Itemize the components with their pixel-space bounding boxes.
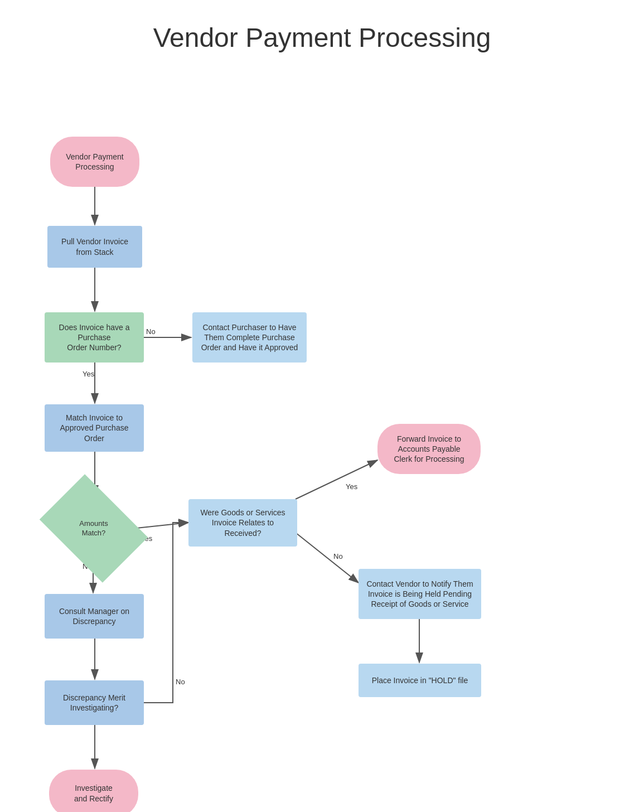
node-contact-vendor: Contact Vendor to Notify ThemInvoice is … xyxy=(359,569,481,619)
svg-line-9 xyxy=(296,533,359,583)
node-discrepancy-merit: Discrepancy MeritInvestigating? xyxy=(45,680,144,725)
node-contact-purchaser: Contact Purchaser to HaveThem Complete P… xyxy=(192,312,307,362)
node-amounts-match: AmountsMatch? xyxy=(40,474,148,582)
no-label-po: No xyxy=(146,327,156,336)
node-investigate: Investigateand Rectify xyxy=(49,770,138,812)
node-match-invoice: Match Invoice toApproved PurchaseOrder xyxy=(45,404,144,452)
diagram: No Yes Yes No Yes No No Vendor Payment P… xyxy=(0,64,644,812)
node-place-hold: Place Invoice in "HOLD" file xyxy=(359,664,481,697)
node-pull-invoice: Pull Vendor Invoicefrom Stack xyxy=(47,226,142,268)
node-consult-manager: Consult Manager onDiscrepancy xyxy=(45,594,144,639)
node-start: Vendor Payment Processing xyxy=(50,137,139,187)
no-label-discrepancy: No xyxy=(176,678,185,686)
svg-line-8 xyxy=(296,460,377,499)
page-title: Vendor Payment Processing xyxy=(0,0,644,64)
yes-label-goods: Yes xyxy=(346,482,357,491)
node-forward-invoice: Forward Invoice toAccounts PayableClerk … xyxy=(377,424,481,474)
yes-label-po: Yes xyxy=(83,370,94,378)
node-goods-received: Were Goods or ServicesInvoice Relates to… xyxy=(188,499,297,547)
svg-line-7 xyxy=(137,523,188,528)
node-has-po: Does Invoice have aPurchaseOrder Number? xyxy=(45,312,144,362)
no-label-goods: No xyxy=(333,552,343,560)
